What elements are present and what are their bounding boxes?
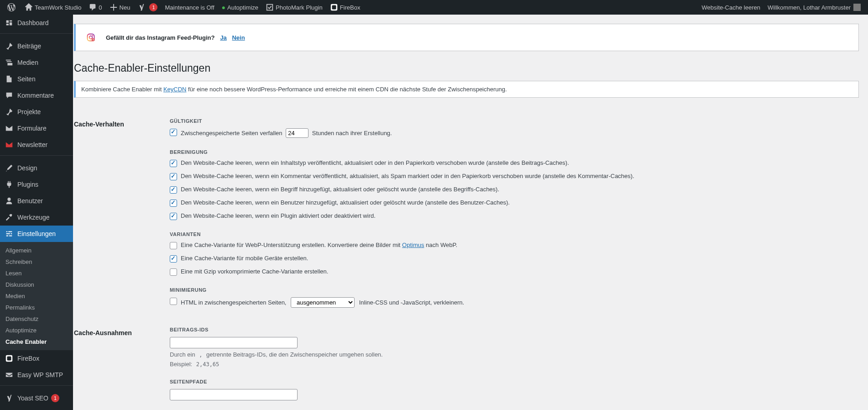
svg-rect-4 xyxy=(7,357,11,361)
wp-logo[interactable] xyxy=(4,0,21,15)
optimus-link[interactable]: Optimus xyxy=(402,242,424,248)
checkbox-icon xyxy=(266,3,274,11)
mail-icon xyxy=(5,370,14,379)
plus-icon xyxy=(110,3,118,11)
menu-comments[interactable]: Kommentare xyxy=(0,87,73,104)
my-account[interactable]: Willkommen, Lothar Armbruster xyxy=(764,0,864,15)
maintenance-bar[interactable]: Maintenance is Off xyxy=(161,0,218,15)
page-title: Cache-Enabler-Einstellungen xyxy=(74,58,859,76)
variant-webp-label[interactable]: Eine Cache-Variante für WebP-Unterstützu… xyxy=(181,242,457,248)
clear-plugin-checkbox[interactable] xyxy=(170,213,177,220)
submenu-writing[interactable]: Schreiben xyxy=(0,256,73,268)
variant-gzip-label[interactable]: Eine mit Gzip vorkomprimierte Cache-Vari… xyxy=(181,268,328,275)
submenu-general[interactable]: Allgemein xyxy=(0,245,73,256)
autoptimize-bar[interactable]: ●Autoptimize xyxy=(218,0,262,15)
minify-heading: Minimierung xyxy=(170,287,854,293)
menu-dashboard[interactable]: Dashboard xyxy=(0,15,73,31)
variant-webp-checkbox[interactable] xyxy=(170,242,177,249)
menu-pages[interactable]: Seiten xyxy=(0,71,73,87)
pin-icon xyxy=(5,107,14,116)
menu-yoast[interactable]: Yoast SEO1 xyxy=(0,390,73,406)
submenu-cache-enabler[interactable]: Cache Enabler xyxy=(0,336,73,347)
firebox-label: FireBox xyxy=(340,4,361,11)
dashboard-icon xyxy=(5,18,14,27)
postids-input[interactable] xyxy=(170,337,298,348)
submenu-privacy[interactable]: Datenschutz xyxy=(0,313,73,325)
photomark-bar[interactable]: PhotoMark Plugin xyxy=(262,0,326,15)
menu-forms[interactable]: Formulare xyxy=(0,120,73,137)
user-icon xyxy=(5,196,14,205)
clear-comment-checkbox[interactable] xyxy=(170,173,177,180)
menu-settings[interactable]: Einstellungen xyxy=(0,226,73,242)
clear-cache-bar[interactable]: Website-Cache leeren xyxy=(698,0,764,15)
submenu-media[interactable]: Medien xyxy=(0,290,73,302)
brush-icon xyxy=(5,163,14,173)
clear-content-label[interactable]: Den Website-Cache leeren, wenn ein Inhal… xyxy=(181,159,569,166)
svg-point-7 xyxy=(92,35,93,36)
yoast-menu-badge: 1 xyxy=(51,394,59,402)
minify-select[interactable]: ausgenommen xyxy=(291,297,355,308)
menu-projects[interactable]: Projekte xyxy=(0,104,73,120)
notice-no-link[interactable]: Nein xyxy=(232,34,245,41)
variant-gzip-checkbox[interactable] xyxy=(170,268,177,276)
submenu-reading[interactable]: Lesen xyxy=(0,268,73,279)
pagepaths-input[interactable] xyxy=(170,389,298,400)
clear-cache-label: Website-Cache leeren xyxy=(702,4,760,11)
svg-point-2 xyxy=(7,198,10,201)
comments-link[interactable]: 0 xyxy=(85,0,105,15)
menu-newsletter[interactable]: Newsletter xyxy=(0,137,73,153)
envelope-icon xyxy=(5,140,14,149)
menu-tools[interactable]: Werkzeuge xyxy=(0,209,73,226)
menu-firebox[interactable]: FireBox xyxy=(0,350,73,367)
menu-design[interactable]: Design xyxy=(0,160,73,176)
variant-mobile-label[interactable]: Eine Cache-Variante für mobile Geräte er… xyxy=(181,255,308,262)
clear-user-checkbox[interactable] xyxy=(170,200,177,207)
clear-content-checkbox[interactable] xyxy=(170,160,177,167)
home-icon xyxy=(25,3,33,11)
autoptimize-label: Autoptimize xyxy=(227,4,258,11)
submenu-discussion[interactable]: Diskussion xyxy=(0,279,73,290)
yoast-icon xyxy=(5,394,14,403)
minify-label[interactable]: HTML in zwischengespeicherten Seiten, au… xyxy=(181,297,464,308)
clear-term-label[interactable]: Den Website-Cache leeren, wenn ein Begri… xyxy=(181,186,499,193)
clear-plugin-label[interactable]: Den Website-Cache leeren, wenn ein Plugi… xyxy=(181,212,376,219)
firebox-bar[interactable]: FireBox xyxy=(326,0,364,15)
validity-label[interactable]: Zwischengespeicherte Seiten verfallen St… xyxy=(181,128,392,138)
minify-checkbox[interactable] xyxy=(170,298,177,305)
yoast-badge: 1 xyxy=(149,3,157,11)
clear-user-label[interactable]: Den Website-Cache leeren, wenn ein Benut… xyxy=(181,199,510,206)
pagepaths-heading: Seitenpfade xyxy=(170,379,854,384)
avatar-icon xyxy=(853,4,861,11)
site-name-label: TeamWork Studio xyxy=(35,4,81,11)
notice-yes-link[interactable]: Ja xyxy=(220,34,226,41)
submenu-permalinks[interactable]: Permalinks xyxy=(0,302,73,313)
comments-count: 0 xyxy=(99,4,102,11)
clear-comment-label[interactable]: Den Website-Cache leeren, wenn ein Komme… xyxy=(181,173,634,179)
keycdn-link[interactable]: KeyCDN xyxy=(163,86,187,93)
menu-easywpsmtp[interactable]: Easy WP SMTP xyxy=(0,367,73,383)
menu-posts[interactable]: Beiträge xyxy=(0,38,73,54)
photomark-label: PhotoMark Plugin xyxy=(276,4,323,11)
menu-users[interactable]: Benutzer xyxy=(0,193,73,209)
circle-icon: ● xyxy=(222,4,225,11)
site-home[interactable]: TeamWork Studio xyxy=(21,0,85,15)
new-content[interactable]: Neu xyxy=(106,0,134,15)
menu-plugins[interactable]: Plugins xyxy=(0,176,73,193)
variants-heading: Varianten xyxy=(170,231,854,237)
comment-icon xyxy=(5,91,14,100)
instagram-icon xyxy=(83,30,99,45)
new-label: Neu xyxy=(120,4,131,11)
welcome-label: Willkommen, Lothar Armbruster xyxy=(768,4,851,11)
variant-mobile-checkbox[interactable] xyxy=(170,255,177,263)
postids-desc: Durch ein , getrennte Beitrags-IDs, die … xyxy=(170,351,854,358)
clear-term-checkbox[interactable] xyxy=(170,186,177,194)
wrench-icon xyxy=(5,213,14,222)
submenu-autoptimize[interactable]: Autoptimize xyxy=(0,325,73,336)
validity-hours-input[interactable] xyxy=(286,128,309,138)
notice-question: Gefällt dir das Instagram Feed-Plugin? xyxy=(106,34,214,41)
postids-heading: Beitrags-IDs xyxy=(170,327,854,332)
menu-media[interactable]: Medien xyxy=(0,54,73,71)
yoast-bar[interactable]: 1 xyxy=(134,0,161,15)
validity-checkbox[interactable] xyxy=(170,129,177,136)
firebox-icon xyxy=(330,3,338,11)
